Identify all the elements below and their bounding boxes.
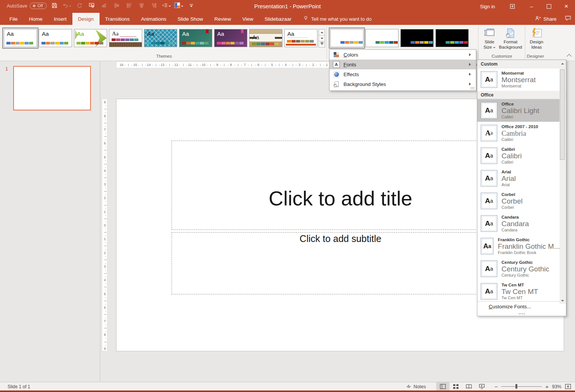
themes-scroll-down-button[interactable] — [319, 35, 325, 41]
scroll-down-button[interactable] — [560, 297, 566, 304]
scrollbar-thumb[interactable] — [560, 69, 565, 160]
font-scheme-name: Office 2007 - 2010 — [501, 124, 538, 129]
share-button[interactable]: Share — [535, 15, 557, 22]
menu-item-label: Effects — [343, 72, 359, 77]
title-placeholder[interactable] — [172, 141, 510, 230]
design-ideas-button[interactable]: Design Ideas — [527, 27, 546, 50]
font-scheme-heading-sample: Tw Cen MT — [501, 288, 538, 296]
fonts-menu-scrollbar[interactable] — [560, 60, 566, 304]
variant-3[interactable] — [400, 29, 434, 47]
themes-scroll-up-button[interactable] — [319, 29, 325, 35]
font-scheme-calibri[interactable]: AaCalibriCalibriCalibri — [477, 144, 560, 167]
scroll-up-button[interactable] — [560, 60, 566, 67]
theme-facet[interactable]: Aa — [74, 29, 107, 47]
autosave-toggle[interactable]: AutoSave Off — [7, 3, 47, 9]
align-middle-button[interactable] — [112, 2, 121, 11]
menu-item-label: Background Styles — [343, 81, 386, 87]
tab-transitions[interactable]: Transitions — [100, 13, 136, 25]
variant-1[interactable] — [330, 29, 363, 47]
theme-fonts-icon: A — [333, 61, 340, 68]
slide-thumbnail[interactable] — [13, 66, 91, 110]
tab-animations[interactable]: Animations — [135, 13, 172, 25]
theme-colors-swatch-button[interactable] — [174, 2, 183, 11]
theme-ion[interactable]: Aa — [179, 29, 212, 47]
font-scheme-aa-icon: Aa — [481, 238, 494, 254]
font-scheme-candara[interactable]: AaCandaraCandaraCandara — [477, 212, 560, 235]
tab-file[interactable]: File — [4, 13, 23, 25]
tab-insert[interactable]: Insert — [48, 13, 72, 25]
variant-4[interactable] — [435, 29, 469, 47]
minimize-button[interactable]: – — [523, 0, 540, 13]
customize-qat-button[interactable] — [187, 2, 196, 11]
save-button[interactable] — [50, 2, 59, 11]
slide-sorter-view-button[interactable] — [449, 382, 462, 391]
collapse-ribbon-icon[interactable] — [567, 54, 572, 59]
close-button[interactable]: × — [558, 0, 575, 13]
sign-in-button[interactable]: Sign in — [480, 4, 495, 9]
zoom-slider-thumb[interactable] — [515, 384, 517, 389]
tell-me-label: Tell me what you want to do — [311, 16, 371, 22]
format-background-button[interactable]: Format Background — [498, 27, 523, 50]
font-scheme-body-sample: Candara — [501, 228, 529, 233]
zoom-slider[interactable] — [501, 386, 542, 387]
font-scheme-montserrat[interactable]: AaMontserratMontserratMontserrat — [477, 68, 560, 91]
maximize-button[interactable] — [540, 0, 558, 13]
move-object-button[interactable] — [100, 2, 109, 11]
red-underline — [120, 37, 136, 37]
theme-color-squares — [340, 41, 363, 44]
font-scheme-aa-icon: Aa — [481, 215, 497, 232]
theme-aa-sample: Aa — [182, 31, 189, 37]
menu-item-effects[interactable]: Effects — [330, 69, 476, 79]
tell-me-box[interactable]: Tell me what you want to do — [303, 13, 371, 25]
font-scheme-heading-sample: Cambria — [501, 129, 538, 137]
menu-item-fonts[interactable]: AFonts — [330, 60, 476, 69]
theme-organic[interactable]: Aa — [249, 29, 282, 47]
ribbon-display-options-icon[interactable] — [505, 0, 520, 13]
notes-button[interactable]: Notes — [402, 384, 430, 390]
font-scheme-century-gothic[interactable]: AaCentury GothicCentury GothicCentury Go… — [477, 257, 560, 280]
align-left-button[interactable] — [124, 2, 133, 11]
menu-item-background-styles[interactable]: Background Styles — [330, 79, 476, 89]
slide-show-view-button[interactable] — [475, 382, 488, 391]
zoom-out-button[interactable]: − — [494, 383, 498, 390]
zoom-in-button[interactable]: + — [545, 383, 549, 390]
fit-slide-to-window-button[interactable] — [561, 382, 573, 391]
slide-size-button[interactable]: Slide Size — [481, 27, 498, 50]
normal-view-button[interactable] — [436, 382, 449, 391]
themes-more-button[interactable] — [319, 41, 325, 47]
font-scheme-tw-cen-mt[interactable]: AaTw Cen MTTw Cen MTTw Cen MT — [477, 280, 560, 303]
undo-button[interactable] — [62, 2, 71, 11]
font-scheme-corbel[interactable]: AaCorbelCorbelCorbel — [477, 190, 560, 212]
tab-view[interactable]: View — [237, 13, 259, 25]
tab-slidebazaar[interactable]: Slidebazaar — [259, 13, 297, 25]
theme-ion-boardroom[interactable]: Aa — [214, 29, 247, 47]
menu-item-colors[interactable]: Colors — [330, 50, 476, 60]
zoom-level[interactable]: 93% — [549, 384, 561, 389]
tab-slide-show[interactable]: Slide Show — [172, 13, 209, 25]
font-scheme-office-2007-2010[interactable]: AaOffice 2007 - 2010CambriaCalibri — [477, 122, 560, 144]
comment-icon[interactable] — [565, 15, 571, 22]
format-background-label-2: Background — [499, 44, 522, 50]
align-center-button[interactable] — [137, 2, 146, 11]
theme-banded[interactable]: Aa — [284, 29, 317, 47]
font-scheme-heading-sample: Arial — [501, 175, 516, 182]
start-from-beginning-button[interactable] — [87, 2, 96, 11]
variant-2[interactable] — [365, 29, 399, 47]
font-scheme-office[interactable]: AaOfficeCalibri LightCalibri — [477, 99, 560, 122]
theme-integral[interactable]: Aa — [144, 29, 177, 47]
font-scheme-aa-icon: Aa — [481, 260, 497, 277]
theme-gallery[interactable]: Aa — [109, 29, 142, 47]
reading-view-button[interactable] — [462, 382, 475, 391]
theme-office[interactable]: Aa — [4, 29, 37, 47]
tab-design[interactable]: Design — [72, 13, 100, 25]
align-right-button[interactable] — [149, 2, 158, 11]
tab-review[interactable]: Review — [209, 13, 236, 25]
align-text-button[interactable] — [162, 2, 171, 11]
theme-office-2[interactable]: Aa — [39, 29, 72, 47]
font-scheme-arial[interactable]: AaArialArialArial — [477, 167, 560, 190]
font-scheme-franklin-gothic[interactable]: AaFranklin GothicFranklin Gothic M...Fra… — [477, 235, 560, 257]
customize-fonts-button[interactable]: Customize Fonts... — [477, 301, 566, 311]
repeat-button[interactable] — [75, 2, 84, 11]
theme-aa-sample: Aa — [112, 31, 119, 37]
tab-home[interactable]: Home — [23, 13, 48, 25]
